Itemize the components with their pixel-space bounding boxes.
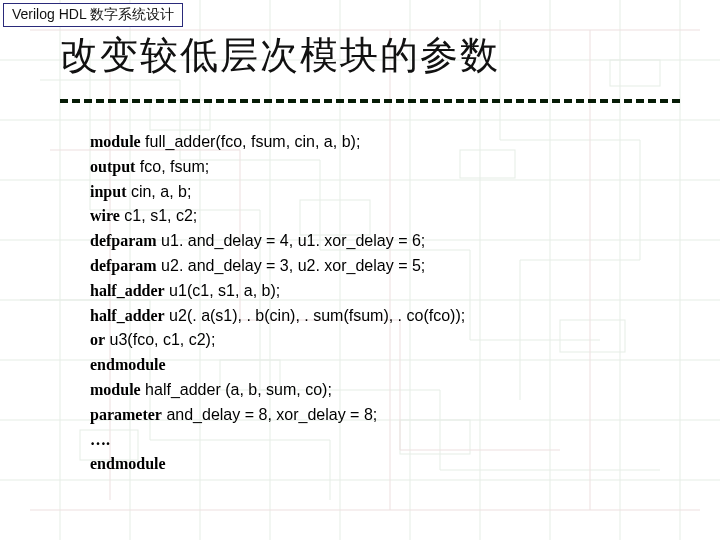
code-line: input cin, a, b; xyxy=(90,180,465,205)
code-line: or u3(fco, c1, c2); xyxy=(90,328,465,353)
svg-rect-2 xyxy=(460,150,515,178)
code-block: module full_adder(fco, fsum, cin, a, b);… xyxy=(90,130,465,477)
code-line: defparam u2. and_delay = 3, u2. xor_dela… xyxy=(90,254,465,279)
code-line: defparam u1. and_delay = 4, u1. xor_dela… xyxy=(90,229,465,254)
code-line: wire c1, s1, c2; xyxy=(90,204,465,229)
code-line: endmodule xyxy=(90,353,465,378)
code-line: half_adder u2(. a(s1), . b(cin), . sum(f… xyxy=(90,304,465,329)
code-line: parameter and_delay = 8, xor_delay = 8; xyxy=(90,403,465,428)
title-area: 改变较低层次模块的参数 xyxy=(60,30,680,103)
slide-header-label: Verilog HDL 数字系统设计 xyxy=(3,3,183,27)
code-line: …. xyxy=(90,428,465,453)
svg-rect-3 xyxy=(560,320,625,352)
code-line: half_adder u1(c1, s1, a, b); xyxy=(90,279,465,304)
code-line: endmodule xyxy=(90,452,465,477)
svg-rect-0 xyxy=(150,100,210,130)
code-line: module full_adder(fco, fsum, cin, a, b); xyxy=(90,130,465,155)
code-line: module half_adder (a, b, sum, co); xyxy=(90,378,465,403)
title-underline xyxy=(60,99,680,103)
code-line: output fco, fsum; xyxy=(90,155,465,180)
slide-title: 改变较低层次模块的参数 xyxy=(60,30,680,91)
